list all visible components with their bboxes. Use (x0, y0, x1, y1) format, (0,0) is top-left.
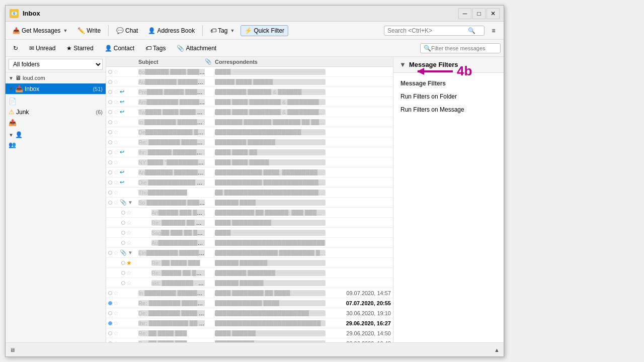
table-row[interactable]: ☆📎▼ So ██████████ ███ █████ █████████ ██… (106, 198, 393, 208)
table-row[interactable]: ☆ Re: ██ ████ ███ ████ ██████ 29.06.2020… (106, 328, 393, 338)
star-icon[interactable]: ☆ (113, 68, 119, 75)
star-icon[interactable]: ☆ (113, 249, 119, 256)
star-icon[interactable]: ☆ (126, 219, 132, 226)
table-row[interactable]: ☆↩ Die ████████████ ███ ██ ████ ████████… (106, 177, 393, 188)
table-row[interactable]: ☆ akt: ████████ - ████████████ ███ ████ … (106, 278, 393, 288)
star-icon[interactable]: ☆ (126, 209, 132, 216)
star-icon[interactable]: ☆ (113, 109, 119, 116)
table-row[interactable]: ☆ Re: ██████ ██ ████████████ ████ ██████… (106, 218, 393, 228)
star-icon[interactable]: ☆ (113, 129, 119, 136)
folder-dropdown[interactable]: All folders (9, 59, 103, 70)
star-icon[interactable]: ☆ (126, 280, 132, 287)
table-row[interactable]: ★ Re: ██ ████ ███ ██████ ███████ (106, 258, 393, 268)
starred-filter-button[interactable]: ★ Starred (62, 43, 98, 54)
write-button[interactable]: ✏️ Write (73, 25, 105, 36)
table-row[interactable]: ☆ Thu██████████ ██ █████████████████████… (106, 188, 393, 198)
table-row[interactable]: ☆ In ████████ ██████████ ████ ██ █████ █… (106, 117, 393, 127)
star-icon[interactable]: ☆ (113, 300, 119, 307)
star-icon[interactable]: ☆ (113, 78, 119, 85)
close-button[interactable]: ✕ (487, 8, 500, 19)
accounts-icon: 👤 (15, 131, 23, 138)
accounts-expand-icon[interactable]: ▼ (9, 132, 14, 138)
sent-folder[interactable]: 📤 (6, 117, 106, 128)
star-icon[interactable]: ☆ (113, 99, 119, 106)
thread-expand-icon[interactable]: ▼ (128, 250, 133, 255)
row-date: 30.06.2020, 19:10 (326, 310, 391, 316)
filter-item-run-on-message[interactable]: Run Filters on Message (393, 103, 504, 116)
table-row[interactable]: ☆📎▼ Ein████████ █████ █████ ████████████… (106, 248, 393, 258)
table-row[interactable]: ☆↩ Am████████ ███████ ██████: ██████████… (106, 97, 393, 107)
status-scroll-icon: ▲ (494, 347, 500, 353)
row-flags: ☆ (108, 290, 138, 297)
tags-filter-button[interactable]: 🏷 Tags (141, 43, 170, 54)
table-row[interactable]: ☆ Sag██ ███ ██ ██ ████████; ████ █████ █… (106, 228, 393, 238)
correspondents-header[interactable]: Correspondents (215, 59, 326, 65)
star-icon[interactable]: ☆ (126, 239, 132, 246)
star-icon[interactable]: ☆ (113, 310, 119, 317)
contact-filter-button[interactable]: 👤 Contact (100, 43, 139, 54)
table-row[interactable]: ☆ Au████████████████████████████████████… (106, 238, 393, 248)
star-icon[interactable]: ★ (126, 259, 132, 266)
inbox-folder[interactable]: ▼ 📥 Inbox (51) (6, 83, 106, 94)
table-row[interactable]: ☆↩ An███████ ████████████████ ██ ██████ … (106, 167, 393, 177)
filter-input-field[interactable] (431, 45, 492, 51)
menu-button[interactable]: ≡ (487, 24, 501, 38)
table-row[interactable]: ☆↩ Pre████ █████ █████: ███████ ██████ █… (106, 87, 393, 97)
star-icon[interactable]: ☆ (126, 269, 132, 277)
chat-button[interactable]: 💬 Chat (112, 25, 142, 36)
address-book-button[interactable]: 👤 Address Book (144, 25, 199, 36)
attachment-filter-button[interactable]: 📎 Attachment (172, 43, 221, 54)
star-icon[interactable]: ☆ (113, 88, 119, 96)
account-root[interactable]: ▼ 🖥 loud.com (6, 72, 106, 83)
read-dot (121, 231, 125, 235)
subject-header[interactable]: Subject (138, 59, 205, 65)
table-row[interactable]: ☆ Au████████ ████████ ████ █████████████… (106, 77, 393, 87)
table-row[interactable]: ☆ Art█████ ███ █████ ● █████ █████ █████… (106, 208, 393, 218)
star-icon[interactable]: ☆ (113, 320, 119, 327)
star-icon[interactable]: ☆ (126, 229, 132, 236)
table-row[interactable]: ☆ Re: █████ ██ █████ █████ ████ ████████… (106, 268, 393, 278)
star-icon[interactable]: ☆ (113, 139, 119, 146)
contacts-folder[interactable]: 👥 (6, 140, 106, 150)
search-icon[interactable]: 🔍 (468, 27, 475, 34)
table-row[interactable]: ☆↩ Ihr: ██████ ██████████ █████ ████████… (106, 147, 393, 157)
drafts-folder[interactable]: 📄 (6, 96, 106, 107)
get-messages-button[interactable]: 📥 Get Messages ▼ (9, 25, 71, 36)
star-icon[interactable]: ☆ (113, 149, 119, 156)
star-icon[interactable]: ☆ (113, 119, 119, 126)
accounts-root[interactable]: ▼ 👤 (6, 130, 106, 140)
table-row[interactable]: ☆ In ████████ ██████████ ████ ██ █████ █… (106, 288, 393, 298)
row-correspondent: ████ (215, 69, 326, 75)
star-icon[interactable]: ☆ (113, 159, 119, 166)
account-expand-icon[interactable]: ▼ (9, 75, 14, 81)
thread-expand-icon[interactable]: ▼ (128, 200, 133, 205)
tag-button[interactable]: 🏷 Tag ▼ (206, 25, 238, 36)
unread-filter-button[interactable]: ✉ Unread (25, 43, 60, 54)
star-icon[interactable]: ☆ (113, 199, 119, 206)
row-flags: ☆ (121, 209, 151, 216)
read-dot (121, 211, 125, 215)
search-input[interactable] (387, 27, 468, 34)
star-icon[interactable]: ☆ (113, 169, 119, 176)
table-row[interactable]: ☆ Re: ████████ █████ ███ ████████████ ██… (106, 298, 393, 308)
table-row[interactable]: ☆ Re: ████████ █████ ████ ████████ █████… (106, 137, 393, 147)
star-icon[interactable]: ☆ (113, 189, 119, 196)
star-icon[interactable]: ☆ (113, 330, 119, 337)
filter-item-message-filters[interactable]: Message Filters (393, 77, 504, 90)
inbox-expand-icon[interactable]: ▼ (9, 86, 14, 92)
table-row[interactable]: ☆ De: ████████ ████ ██ ██ ██████████████… (106, 308, 393, 318)
table-row[interactable]: ☆ Bo██████ ████ █████, ████ █████ ████ (106, 67, 393, 77)
table-row[interactable]: ☆ Re: ██ ████ ███ ██████████ 23.06.2020,… (106, 338, 393, 342)
minimize-button[interactable]: ─ (458, 8, 471, 19)
junk-folder[interactable]: ⚠ Junk (6) (6, 107, 106, 117)
quick-filter-button[interactable]: ⚡ Quick Filter (240, 25, 288, 36)
filter-item-run-on-folder[interactable]: Run Filters on Folder (393, 90, 504, 103)
table-row[interactable]: ☆ Ihr: ██████████ ██ ███ ██████ █████: █… (106, 318, 393, 328)
refresh-button[interactable]: ↻ (9, 43, 23, 54)
table-row[interactable]: ☆↩ Tw████ ████ ████ ████ ███ ██████████,… (106, 107, 393, 117)
star-icon[interactable]: ☆ (113, 179, 119, 186)
star-icon[interactable]: ☆ (113, 290, 119, 297)
table-row[interactable]: ☆ De████████████ ██ ██████ - ████ ██████… (106, 127, 393, 137)
table-row[interactable]: ☆ NY ████ "████████████████████" - ███ █… (106, 157, 393, 167)
maximize-button[interactable]: □ (472, 8, 486, 19)
